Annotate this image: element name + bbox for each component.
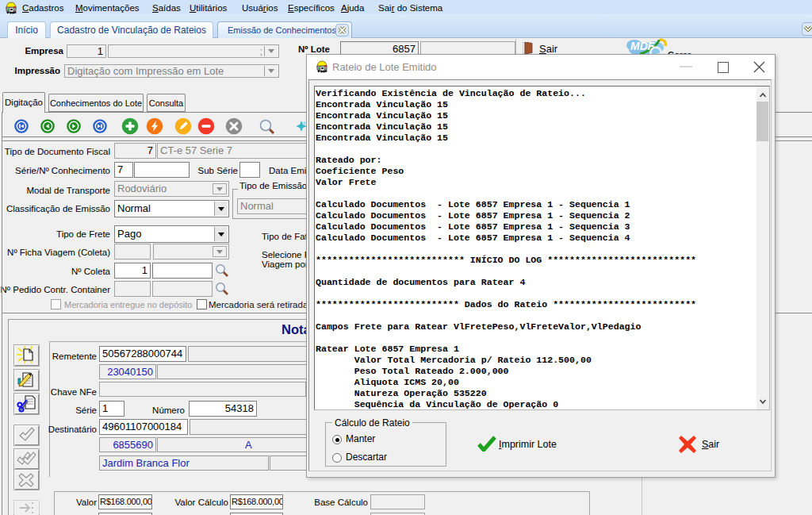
svg-text:MDF: MDF [630,40,655,52]
